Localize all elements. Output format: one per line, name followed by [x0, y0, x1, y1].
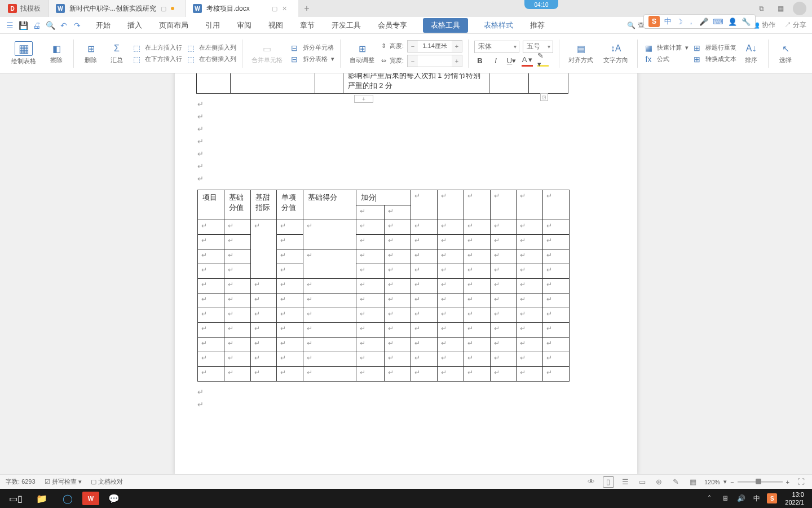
menu-review[interactable]: 审阅 [236, 18, 253, 33]
formula-button[interactable]: fx公式 [643, 55, 689, 64]
empty-cell[interactable]: ↵ [356, 323, 385, 338]
empty-cell[interactable]: ↵ [411, 294, 438, 308]
empty-cell[interactable]: ↵ [490, 264, 517, 279]
hdr-bonus[interactable]: 加分 [356, 190, 411, 205]
char-count[interactable]: 字数: 6293 [6, 478, 36, 486]
empty-cell[interactable]: ↵ [437, 323, 464, 338]
menu-insert[interactable]: 插入 [126, 18, 143, 33]
upper-table[interactable]: 影响和严重后果的每人次扣 1 分情节特别严重的扣 2 分 [196, 73, 568, 94]
split-cell-button[interactable]: ⊟拆分单元格 [289, 43, 334, 52]
empty-cell[interactable]: ↵ [250, 308, 277, 323]
empty-cell[interactable]: ↵ [490, 220, 517, 235]
menu-table-style[interactable]: 表格样式 [483, 18, 514, 33]
empty-cell[interactable]: ↵ [198, 264, 224, 279]
wechat-icon[interactable]: 💬 [103, 491, 125, 506]
empty-cell[interactable]: ↵ [224, 235, 250, 249]
menu-vip[interactable]: 会员专享 [377, 18, 408, 33]
empty-cell[interactable]: ↵ [303, 367, 356, 382]
empty-cell[interactable]: ↵ [198, 323, 224, 338]
empty-cell[interactable]: ↵ [437, 264, 464, 279]
select-group[interactable]: ↖ 选择 [774, 42, 797, 64]
empty-cell[interactable]: ↵ [303, 249, 356, 279]
empty-cell[interactable]: ↵ [543, 294, 570, 308]
text-dir-group[interactable]: ↕A 文字方向 [600, 42, 632, 64]
empty-cell[interactable]: ↵ [385, 249, 411, 264]
table-row[interactable]: ↵↵↵↵↵↵↵↵↵↵↵↵↵ [198, 323, 570, 338]
empty-cell[interactable]: ↵ [437, 294, 464, 308]
table-resize-handle[interactable]: ◲ [540, 93, 548, 101]
empty-cell[interactable]: ↵ [437, 279, 464, 294]
empty-cell[interactable]: ↵ [437, 235, 464, 249]
empty-cell[interactable]: ↵ [490, 235, 517, 249]
draw-table-group[interactable]: ▦ 绘制表格 [6, 41, 42, 65]
insert-above-button[interactable]: ⬚在上方插入行 [131, 43, 182, 52]
empty-cell[interactable]: ↵ [411, 279, 438, 294]
empty-cell[interactable]: ↵ [385, 367, 411, 382]
empty-cell[interactable]: ↵ [517, 294, 543, 308]
empty-cell[interactable]: ↵ [490, 294, 517, 308]
width-plus[interactable]: + [452, 55, 462, 67]
template-tab[interactable]: D 找模板 [0, 0, 48, 17]
empty-cell[interactable]: ↵ [517, 249, 543, 264]
empty-cell[interactable]: ↵ [411, 323, 438, 338]
empty-cell[interactable]: ↵ [464, 235, 490, 249]
tray-ime-lang[interactable]: 中 [751, 493, 762, 504]
table-row[interactable]: ↵↵↵↵↵↵↵↵↵↵↵↵↵ [198, 338, 570, 352]
split-table-button[interactable]: ⊟拆分表格 ▾ [289, 55, 334, 64]
size-select[interactable]: 五号 [523, 41, 553, 53]
font-color-button[interactable]: A ▾ [522, 55, 533, 67]
page[interactable]: 影响和严重后果的每人次扣 1 分情节特别严重的扣 2 分 + ◲ ↵ ↵ ↵ ↵… [175, 73, 637, 474]
width-spinner[interactable]: − + [407, 55, 462, 67]
tab-switch-icon[interactable]: ⧉ [754, 2, 768, 15]
empty-cell[interactable]: ↵ [356, 279, 385, 294]
empty-cell[interactable]: ↵ [517, 367, 543, 382]
explorer-icon[interactable]: 📁 [30, 491, 53, 506]
tray-clock[interactable]: 13:0 2022/1 [782, 491, 807, 506]
menu-start[interactable]: 开始 [95, 18, 112, 33]
empty-cell[interactable]: ↵ [517, 338, 543, 352]
fullscreen-icon[interactable]: ⛶ [795, 476, 806, 488]
delete-group[interactable]: ⊞ 删除 [80, 42, 102, 64]
empty-cell[interactable]: ↵ [250, 338, 277, 352]
insert-right-button[interactable]: ⬚在右侧插入列 [186, 55, 236, 64]
sort-group[interactable]: A↓ 排序 [740, 42, 762, 64]
empty-cell[interactable]: ↵ [277, 264, 303, 279]
table-header-row[interactable]: 项目 基础分值 基甜指际 单项分值 基础得分 加分 ↵ ↵ ↵ ↵ ↵ ↵ [198, 190, 570, 205]
empty-cell[interactable]: ↵ [464, 249, 490, 264]
empty-cell[interactable]: ↵ [303, 338, 356, 352]
empty-cell[interactable]: ↵ [303, 308, 356, 323]
empty-cell[interactable]: ↵ [543, 308, 570, 323]
italic-button[interactable]: I [490, 55, 501, 67]
tray-chevron-icon[interactable]: ˄ [704, 493, 715, 504]
zoom-value[interactable]: 120% [704, 479, 720, 485]
empty-cell[interactable]: ↵ [490, 323, 517, 338]
empty-cell[interactable]: ↵ [356, 235, 385, 249]
redo-icon[interactable]: ↷ [71, 19, 83, 32]
app-grid-icon[interactable]: ▦ [774, 2, 787, 15]
view-mode-icon[interactable]: ▯ [603, 476, 614, 488]
empty-cell[interactable]: ↵ [517, 190, 543, 220]
menu-ref[interactable]: 引用 [204, 18, 221, 33]
empty-cell[interactable]: ↵ [224, 294, 250, 308]
read-icon[interactable]: ▭ [637, 476, 648, 488]
empty-cell[interactable]: ↵ [385, 264, 411, 279]
empty-cell[interactable]: ↵ [411, 338, 438, 352]
empty-cell[interactable]: ↵ [385, 338, 411, 352]
table-row[interactable]: ↵↵↵↵↵↵↵↵↵↵↵↵↵ [198, 352, 570, 367]
spell-check[interactable]: ☑ 拼写检查 ▾ [45, 478, 82, 486]
table-row[interactable]: ↵↵↵↵↵↵↵↵↵↵↵↵↵ [198, 279, 570, 294]
quick-calc-button[interactable]: ▦快速计算 ▾ [643, 43, 689, 52]
height-value[interactable]: 1.14厘米 [418, 42, 452, 50]
header-repeat-button[interactable]: ⊞标题行重复 [692, 43, 736, 52]
empty-cell[interactable]: ↵ [303, 323, 356, 338]
upper-cell-text[interactable]: 影响和严重后果的每人次扣 1 分情节特别严重的扣 2 分 [343, 73, 489, 94]
empty-cell[interactable]: ↵ [437, 190, 464, 220]
empty-cell[interactable]: ↵ [356, 205, 385, 220]
menu-dev[interactable]: 开发工具 [330, 18, 362, 33]
hdr-single-score[interactable]: 单项分值 [277, 190, 303, 220]
empty-cell[interactable]: ↵ [411, 235, 438, 249]
zoom-control[interactable]: 120% ▾ − + [704, 478, 789, 485]
empty-cell[interactable]: ↵ [198, 294, 224, 308]
empty-cell[interactable]: ↵ [224, 367, 250, 382]
empty-cell[interactable]: ↵ [437, 352, 464, 367]
